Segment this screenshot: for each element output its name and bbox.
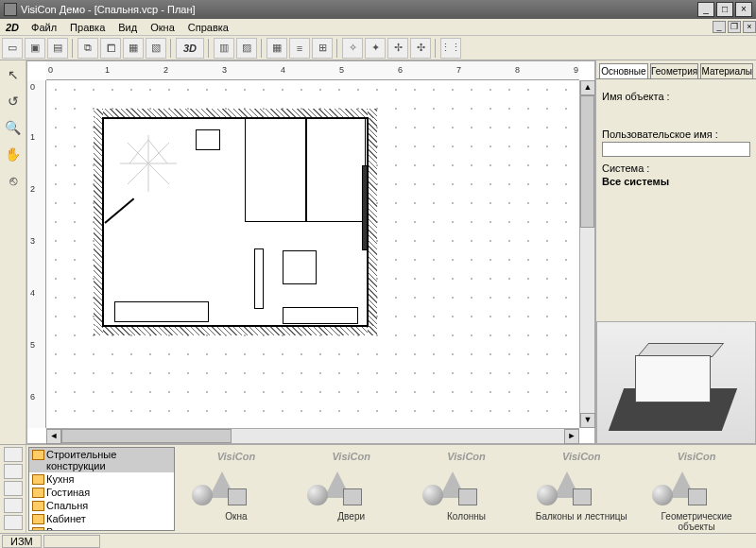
tab-main[interactable]: Основные — [599, 63, 648, 78]
rotate-tool-icon[interactable]: ↺ — [3, 91, 24, 111]
mirror-tool-icon[interactable]: ⎋ — [3, 170, 24, 191]
snap2-icon[interactable]: ✣ — [410, 38, 431, 59]
close-button[interactable]: × — [735, 2, 752, 17]
furniture-dresser-2[interactable] — [283, 307, 358, 324]
furniture-item[interactable] — [254, 248, 264, 309]
catalog-tool-5[interactable] — [4, 515, 23, 530]
drawing-canvas[interactable] — [46, 80, 579, 428]
menu-view[interactable]: Вид — [112, 22, 144, 33]
catalog-tool-1[interactable] — [4, 447, 23, 462]
scroll-right-icon[interactable]: ► — [564, 429, 579, 444]
status-mode: ИЗМ — [2, 535, 42, 548]
properties-panel: Основные Геометрия Материалы Имя объекта… — [595, 60, 756, 444]
furniture-chair[interactable] — [283, 250, 317, 284]
canvas-area: 0 1 2 3 4 5 6 7 8 9 0 1 2 3 4 5 6 — [26, 60, 595, 444]
grid-icon[interactable]: ▦ — [266, 38, 287, 59]
select-tool-icon[interactable]: ↖ — [3, 64, 24, 85]
mdi-close-button[interactable]: × — [743, 21, 756, 33]
dotgrid-icon[interactable]: ⋮⋮ — [440, 38, 461, 59]
zoom-tool-icon[interactable]: 🔍 — [3, 117, 24, 138]
catalog-tool-4[interactable] — [4, 498, 23, 513]
columns-icon[interactable]: ⊞ — [312, 38, 333, 59]
tab-geometry[interactable]: Геометрия — [650, 63, 699, 78]
catalog-item-balconies[interactable]: VisiCon Балконы и лестницы — [527, 451, 635, 527]
maximize-button[interactable]: □ — [716, 2, 733, 17]
ruler-vertical: 0 1 2 3 4 5 6 — [27, 80, 46, 428]
tree-node[interactable]: Строительные конструкции — [29, 448, 174, 472]
properties-icon[interactable]: ▧ — [146, 38, 166, 59]
list-icon[interactable]: ≡ — [289, 38, 310, 59]
scroll-up-icon[interactable]: ▲ — [580, 80, 595, 95]
room-plan — [94, 109, 377, 335]
menu-file[interactable]: Файл — [25, 22, 63, 33]
catalog-panel: Строительные конструкции Кухня Гостиная … — [0, 444, 756, 533]
mode-2d-label: 2D — [0, 22, 25, 33]
scrollbar-horizontal[interactable]: ◄ ► — [46, 428, 579, 443]
paste-icon[interactable]: ⧠ — [100, 38, 121, 59]
preview-3d[interactable] — [596, 321, 756, 444]
light-icon[interactable]: ✦ — [365, 38, 386, 59]
furniture-wardrobe[interactable] — [362, 165, 368, 250]
objname-label: Имя объекта : — [602, 91, 750, 102]
furniture-tv[interactable] — [196, 129, 220, 150]
catalog-item-geometric[interactable]: VisiCon Геометрические объекты — [643, 451, 750, 527]
catalog-item-doors[interactable]: VisiCon Двери — [298, 451, 405, 527]
tree-node[interactable]: Спальня — [29, 499, 174, 512]
app-icon — [4, 3, 17, 16]
catalog-item-columns[interactable]: VisiCon Колонны — [413, 451, 521, 527]
catalog-tree[interactable]: Строительные конструкции Кухня Гостиная … — [28, 447, 175, 531]
tree-node[interactable]: Кухня — [29, 472, 174, 486]
system-value: Все системы — [602, 176, 750, 187]
minimize-button[interactable]: _ — [697, 2, 714, 17]
svg-line-5 — [129, 140, 148, 163]
delete-icon[interactable]: ▦ — [123, 38, 144, 59]
menu-edit[interactable]: Правка — [63, 22, 112, 33]
tree-node[interactable]: Ванная — [29, 525, 174, 531]
tree-node[interactable]: Гостиная — [29, 486, 174, 499]
wand-icon[interactable]: ✧ — [342, 38, 363, 59]
furniture-dresser-1[interactable] — [114, 301, 209, 322]
window-title: VisiCon Демо - [Спальня.vcp - План] — [21, 4, 196, 15]
ruler-horizontal: 0 1 2 3 4 5 6 7 8 9 — [46, 61, 579, 80]
mdi-minimize-button[interactable]: _ — [713, 21, 726, 33]
main-toolbar: ▭ ▣ ▤ ⧉ ⧠ ▦ ▧ 3D ▥ ▨ ▦ ≡ ⊞ ✧ ✦ ✢ ✣ ⋮⋮ — [0, 36, 756, 60]
left-toolbar: ↖ ↺ 🔍 ✋ ⎋ — [0, 60, 26, 444]
save-icon[interactable]: ▤ — [47, 38, 68, 59]
scrollbar-vertical[interactable]: ▲ ▼ — [579, 80, 594, 428]
catalog-tool-2[interactable] — [4, 464, 23, 479]
menu-bar: 2D Файл Правка Вид Окна Справка _ ❐ × — [0, 19, 756, 36]
new-icon[interactable]: ▭ — [2, 38, 23, 59]
stack-icon[interactable]: ▨ — [236, 38, 257, 59]
username-field[interactable] — [602, 142, 750, 157]
pan-tool-icon[interactable]: ✋ — [3, 144, 24, 164]
system-label: Система : — [602, 163, 750, 174]
username-label: Пользовательское имя : — [602, 128, 750, 140]
catalog-items: VisiCon Окна VisiCon Двери VisiCon Колон… — [177, 445, 756, 533]
menu-windows[interactable]: Окна — [144, 22, 181, 33]
open-icon[interactable]: ▣ — [25, 38, 45, 59]
catalog-item-windows[interactable]: VisiCon Окна — [182, 451, 290, 527]
scroll-left-icon[interactable]: ◄ — [46, 429, 61, 444]
ceiling-light-icon — [120, 135, 177, 192]
layers-icon[interactable]: ▥ — [214, 38, 234, 59]
menu-help[interactable]: Справка — [181, 22, 235, 33]
mdi-restore-button[interactable]: ❐ — [728, 21, 741, 33]
scroll-down-icon[interactable]: ▼ — [580, 413, 595, 428]
status-bar: ИЗМ — [0, 533, 756, 548]
view-3d-button[interactable]: 3D — [176, 38, 204, 59]
catalog-tool-3[interactable] — [4, 481, 23, 496]
svg-line-4 — [148, 140, 167, 163]
snap-icon[interactable]: ✢ — [387, 38, 408, 59]
tree-node[interactable]: Кабинет — [29, 512, 174, 525]
tab-materials[interactable]: Материалы — [700, 63, 753, 78]
copy-icon[interactable]: ⧉ — [77, 38, 98, 59]
